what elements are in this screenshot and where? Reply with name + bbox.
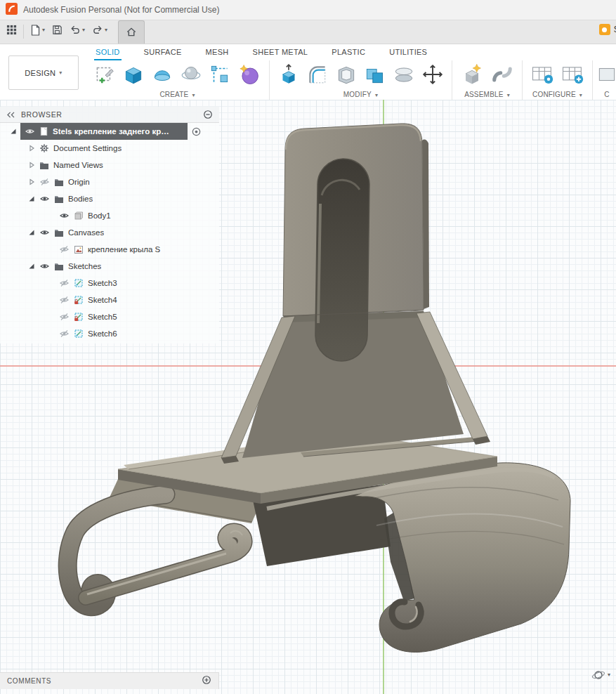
new-component-button[interactable] <box>459 61 485 88</box>
browser-item-label: Named Views <box>53 161 103 169</box>
expand-arrow-icon[interactable] <box>28 178 35 185</box>
save-button[interactable] <box>48 20 66 39</box>
folder-icon <box>39 161 49 170</box>
fillet-button[interactable] <box>305 62 330 87</box>
eye-off-icon[interactable] <box>59 329 70 338</box>
browser-item-root[interactable]: Stels крепление заднего кр… <box>0 123 219 140</box>
group-partial-label: C <box>604 91 609 98</box>
shell-button[interactable] <box>334 62 359 87</box>
group-assemble-label[interactable]: ASSEMBLE <box>464 91 510 98</box>
group-modify: MODIFY <box>270 60 452 98</box>
chevron-down-icon: ▾ <box>105 27 107 33</box>
redo-icon <box>92 25 103 35</box>
browser-item-label: Origin <box>68 178 90 186</box>
pattern-button[interactable] <box>207 62 232 87</box>
pattern-icon <box>208 63 232 86</box>
tab-surface[interactable]: SURFACE <box>143 46 183 60</box>
browser-header: BROWSER <box>0 107 219 123</box>
eye-icon[interactable] <box>59 211 70 220</box>
activate-radio-icon[interactable] <box>191 126 202 137</box>
offset-face-button[interactable] <box>391 62 417 87</box>
configure-button[interactable] <box>529 61 556 88</box>
combine-button[interactable] <box>362 62 388 87</box>
browser-item-bodies[interactable]: Bodies <box>0 190 219 207</box>
joint-button[interactable] <box>489 61 516 88</box>
redo-button[interactable]: ▾ <box>89 20 111 39</box>
folder-icon <box>54 262 64 271</box>
circle-plus-icon <box>202 675 211 685</box>
group-configure-label[interactable]: CONFIGURE <box>532 91 582 98</box>
form-button[interactable] <box>236 61 263 88</box>
browser-item-sketch3[interactable]: Sketch3 <box>0 275 219 292</box>
browser-item-canvas-image[interactable]: крепление крыла S <box>0 241 219 258</box>
expand-arrow-icon[interactable] <box>28 162 35 169</box>
sphere-button[interactable] <box>178 62 204 87</box>
eye-off-icon[interactable] <box>59 279 70 287</box>
browser-item-label: Body1 <box>88 211 111 220</box>
tab-mesh[interactable]: MESH <box>204 46 230 60</box>
home-icon <box>126 27 137 37</box>
chevron-down-icon: ▾ <box>42 27 45 33</box>
folder-icon <box>54 228 64 237</box>
tab-utilities[interactable]: UTILITIES <box>388 46 428 60</box>
app-grid-button[interactable] <box>3 20 20 39</box>
eye-icon[interactable] <box>25 127 35 136</box>
comments-bar[interactable]: COMMENTS <box>0 672 219 689</box>
file-menu-button[interactable]: ▾ <box>27 20 48 40</box>
group-configure: CONFIGURE <box>523 60 592 98</box>
tab-solid[interactable]: SOLID <box>94 46 122 60</box>
browser-item-origin[interactable]: Origin <box>0 174 219 190</box>
home-button[interactable] <box>118 20 145 44</box>
browser-item-canvases[interactable]: Canvases <box>0 224 219 241</box>
revolve-button[interactable] <box>150 62 175 87</box>
browser-item-document-settings[interactable]: Document Settings <box>0 140 219 157</box>
browser-item-sketch4[interactable]: Sketch4 <box>0 292 219 308</box>
expand-arrow-icon[interactable] <box>28 195 35 202</box>
browser-item-sketches[interactable]: Sketches <box>0 258 219 275</box>
fusion-logo-icon <box>6 3 18 18</box>
offset-face-icon <box>392 63 416 86</box>
eye-icon[interactable] <box>39 228 50 237</box>
move-button[interactable] <box>420 62 445 87</box>
insert-configuration-icon <box>560 62 585 87</box>
press-pull-button[interactable] <box>276 62 301 87</box>
workspace-selector[interactable]: DESIGN <box>8 55 79 90</box>
browser-item-label: Canvases <box>68 228 104 237</box>
eye-icon[interactable] <box>39 262 50 270</box>
tab-plastic[interactable]: PLASTIC <box>330 46 367 60</box>
tab-sheet-metal[interactable]: SHEET METAL <box>251 46 310 60</box>
group-modify-label[interactable]: MODIFY <box>343 91 378 98</box>
create-sketch-button[interactable] <box>92 62 117 87</box>
browser-item-sketch6[interactable]: Sketch6 <box>0 325 219 342</box>
browser-item-named-views[interactable]: Named Views <box>0 157 219 174</box>
browser-item-label: Sketch3 <box>88 279 117 287</box>
undo-icon <box>70 25 81 35</box>
chevron-down-icon: ▾ <box>608 672 610 678</box>
eye-off-icon[interactable] <box>59 313 70 321</box>
clipped-tool-icon[interactable] <box>594 62 616 87</box>
user-badge[interactable]: St <box>599 24 616 35</box>
expand-arrow-icon[interactable] <box>28 229 35 236</box>
expand-arrow-icon[interactable] <box>28 145 35 152</box>
browser-panel: BROWSER Stels крепление заднего кр… Docu… <box>0 107 219 343</box>
orbit-nav-button[interactable]: ▾ <box>591 667 610 683</box>
workspace-label: DESIGN <box>25 69 55 77</box>
configure-icon <box>530 62 555 87</box>
box-button[interactable] <box>121 62 146 87</box>
insert-configuration-button[interactable] <box>559 61 586 88</box>
browser-item-sketch5[interactable]: Sketch5 <box>0 308 219 325</box>
document-icon <box>39 126 48 136</box>
expand-comments-button[interactable] <box>202 675 211 688</box>
collapse-browser-button[interactable] <box>203 110 213 119</box>
browser-item-body1[interactable]: Body1 <box>0 207 219 224</box>
eye-icon[interactable] <box>39 195 50 203</box>
eye-off-icon[interactable] <box>39 178 50 186</box>
eye-off-icon[interactable] <box>59 296 70 304</box>
expand-arrow-icon[interactable] <box>28 263 35 270</box>
undo-button[interactable]: ▾ <box>66 20 89 39</box>
eye-off-icon[interactable] <box>59 245 70 254</box>
browser-item-label: крепление крыла S <box>88 245 160 254</box>
expand-arrow-icon[interactable] <box>10 128 17 135</box>
collapse-panel-icon[interactable] <box>6 112 15 118</box>
group-create-label[interactable]: CREATE <box>159 91 195 98</box>
